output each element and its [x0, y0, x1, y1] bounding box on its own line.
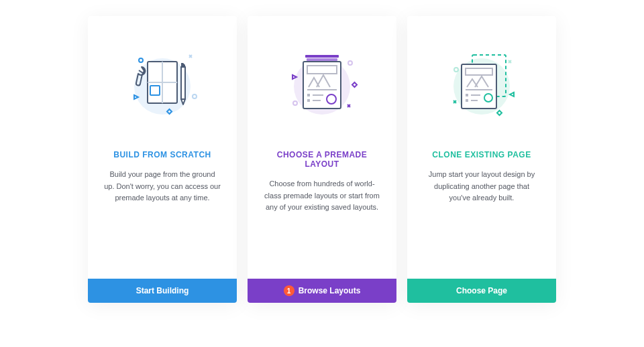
svg-rect-5 [181, 67, 185, 99]
card-title: BUILD FROM SCRATCH [113, 150, 211, 159]
card-clone-existing-page: CLONE EXISTING PAGE Jump start your layo… [407, 16, 556, 303]
browse-layouts-button[interactable]: 1 Browse Layouts [248, 279, 396, 303]
svg-rect-18 [307, 99, 310, 102]
choose-page-button[interactable]: Choose Page [407, 279, 556, 303]
button-label: Start Building [136, 286, 189, 295]
svg-point-7 [139, 58, 143, 62]
svg-point-22 [348, 61, 352, 65]
svg-rect-32 [466, 99, 468, 102]
svg-rect-12 [307, 58, 337, 61]
illustration-clone-page [407, 16, 556, 150]
start-building-button[interactable]: Start Building [88, 279, 237, 303]
card-title: CHOOSE A PREMADE LAYOUT [264, 150, 380, 169]
button-label: Choose Page [456, 286, 507, 295]
svg-rect-30 [466, 94, 468, 96]
svg-point-36 [454, 68, 458, 72]
option-cards: BUILD FROM SCRATCH Build your page from … [88, 16, 556, 303]
notification-badge: 1 [284, 285, 294, 296]
illustration-build-from-scratch [88, 16, 237, 150]
svg-rect-16 [307, 94, 310, 96]
card-body: CLONE EXISTING PAGE Jump start your layo… [407, 150, 556, 279]
card-desc: Build your page from the ground up. Don'… [104, 169, 221, 204]
card-desc: Jump start your layout design by duplica… [423, 169, 540, 204]
card-build-from-scratch: BUILD FROM SCRATCH Build your page from … [88, 16, 237, 303]
card-title: CLONE EXISTING PAGE [432, 150, 531, 159]
illustration-premade-layout [248, 16, 396, 150]
svg-marker-35 [510, 92, 514, 96]
svg-point-23 [293, 101, 297, 105]
card-body: BUILD FROM SCRATCH Build your page from … [88, 150, 237, 279]
svg-rect-11 [305, 55, 339, 58]
card-choose-premade-layout: CHOOSE A PREMADE LAYOUT Choose from hund… [248, 16, 396, 303]
svg-rect-24 [352, 82, 357, 87]
card-body: CHOOSE A PREMADE LAYOUT Choose from hund… [248, 150, 396, 279]
svg-rect-37 [497, 111, 502, 115]
button-label: Browse Layouts [299, 286, 361, 295]
clone-page-icon [428, 29, 535, 137]
svg-point-8 [193, 94, 197, 98]
premade-layout-icon [268, 29, 376, 137]
build-from-scratch-icon [109, 29, 216, 137]
card-desc: Choose from hundreds of world-class prem… [264, 178, 380, 214]
